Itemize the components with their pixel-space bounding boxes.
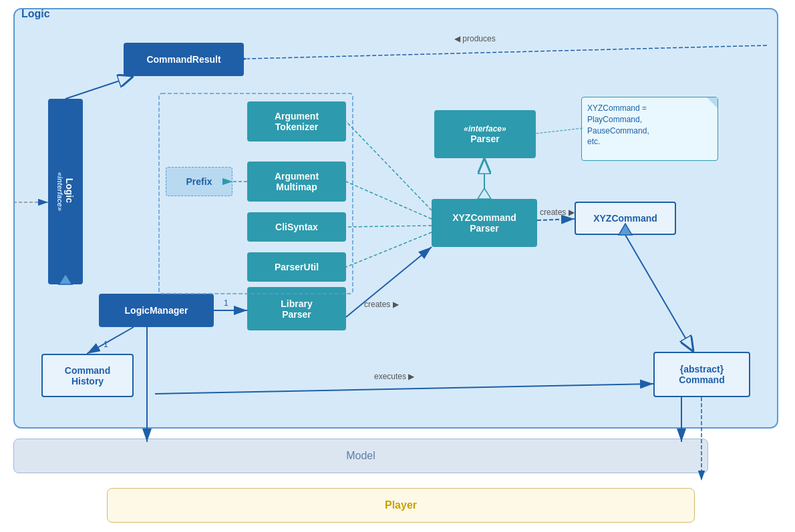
model-label: Model (346, 450, 375, 462)
player-bar: Player (107, 488, 695, 523)
note-content: XYZCommand =PlayCommand,PauseCommand,etc… (587, 103, 649, 146)
abstract-command-label: {abstract}Command (679, 364, 724, 385)
argument-tokenizer-box: ArgumentTokenizer (247, 101, 346, 142)
argument-multimap-label: ArgumentMultimap (275, 171, 319, 192)
argument-tokenizer-label: ArgumentTokenizer (275, 111, 319, 132)
xyz-command-parser-label: XYZCommandParser (452, 212, 516, 234)
interface-logic-box: «interface» Logic (48, 99, 83, 284)
xyz-command-label: XYZCommand (593, 213, 657, 224)
diagram-container: Logic Model Player CommandResult «interf… (0, 0, 795, 532)
command-result-box: CommandResult (124, 43, 244, 76)
clisyntax-box: CliSyntax (247, 212, 346, 242)
argument-multimap-box: ArgumentMultimap (247, 162, 346, 202)
prefix-box: Prefix (166, 167, 232, 196)
prefix-label: Prefix (186, 176, 212, 187)
abstract-command-box: {abstract}Command (653, 352, 750, 397)
player-label: Player (385, 499, 417, 511)
parserutil-box: ParserUtil (247, 252, 346, 282)
interface-logic-label: «interface» (56, 172, 64, 211)
command-history-label: CommandHistory (65, 365, 110, 386)
interface-parser-label: «interface»Parser (464, 124, 506, 144)
command-history-box: CommandHistory (41, 354, 134, 397)
xyz-command-parser-box: XYZCommandParser (432, 199, 537, 247)
library-parser-box: LibraryParser (247, 287, 346, 330)
command-result-label: CommandResult (146, 54, 220, 65)
logic-label: Logic (21, 8, 50, 20)
xyz-command-box: XYZCommand (575, 202, 676, 235)
logic-manager-label: LogicManager (125, 305, 188, 316)
library-parser-label: LibraryParser (281, 298, 312, 320)
interface-parser-box: «interface»Parser (434, 110, 536, 158)
logic-manager-box: LogicManager (99, 294, 214, 327)
note-box: XYZCommand =PlayCommand,PauseCommand,etc… (581, 97, 718, 161)
model-bar: Model (13, 439, 708, 473)
clisyntax-label: CliSyntax (275, 222, 318, 232)
note-fold (707, 97, 718, 108)
parserutil-label: ParserUtil (275, 262, 319, 272)
interface-logic-name: Logic (64, 178, 75, 202)
